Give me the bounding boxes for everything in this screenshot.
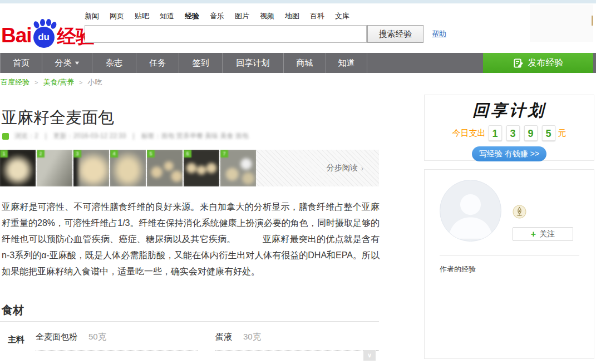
author-box-divider [440,255,579,256]
article-title: 亚麻籽全麦面包 [1,107,114,129]
step-thumbnail[interactable]: 1 [0,150,36,186]
quality-badge-icon [2,133,9,140]
logo-bai-text: Bai [1,23,32,48]
top-right-placeholder [530,4,593,42]
ingredients-heading: 食材 [2,303,24,318]
spend-digit: 1 [489,125,502,141]
author-box: + 关注 作者的经验 [424,169,594,359]
author-gold-pen-badge-icon[interactable] [513,205,526,219]
step-thumbnail[interactable]: 2 [37,150,72,186]
spend-digit: 9 [524,125,538,141]
chevron-down-icon: ▼ [73,60,80,66]
spend-digit: 3 [506,125,520,141]
follow-button[interactable]: + 关注 [513,227,573,241]
ingredient-item: 蛋液 30克 [215,332,379,351]
step-thumbnails-strip: 1 2 3 4 5 6 7 分步阅读 › [0,150,379,186]
tab-tieba[interactable]: 贴吧 [135,11,149,21]
step-number-badge: 6 [184,150,191,158]
step-thumbnail[interactable]: 3 [73,150,109,186]
step-number-badge: 3 [73,150,81,158]
ingredient-amount: 50克 [88,332,106,342]
tab-map[interactable]: 地图 [285,11,299,21]
breadcrumb-category[interactable]: 美食/营养 [43,77,74,87]
program-calligraphy-title: 回享计划 [425,100,594,122]
publish-label: 发布经验 [528,57,564,69]
step-number-badge: 1 [0,150,8,158]
publish-experience-button[interactable]: 发布经验 [483,53,593,73]
spend-unit: 元 [558,128,567,139]
write-experience-cta-button[interactable]: 写经验 有钱赚 >> [472,146,546,161]
nav-checkin[interactable]: 签到 [179,53,223,73]
ingredients-group-label: 主料 [8,335,24,345]
expand-ingredients-button[interactable]: ∨ [363,350,376,361]
search-button[interactable]: 搜索经验 [367,25,423,43]
ingredient-name[interactable]: 全麦面包粉 [36,332,77,342]
tab-news[interactable]: 新闻 [85,11,99,21]
step-thumbnail[interactable]: 7 [220,150,256,186]
chevron-right-icon: › [361,164,363,173]
tab-zhidao[interactable]: 知道 [160,11,174,21]
breadcrumb-separator: > [35,79,38,86]
breadcrumb-separator: > [79,79,82,86]
nav-tasks[interactable]: 任务 [136,53,179,73]
tab-music[interactable]: 音乐 [210,11,224,21]
author-avatar[interactable] [440,180,501,242]
ingredient-amount: 30克 [243,332,261,342]
huixiang-program-box: 回享计划 今日支出 1 3 9 5 元 写经验 有钱赚 >> [424,95,594,161]
tab-wenku[interactable]: 文库 [335,11,349,21]
plus-icon: + [531,230,536,239]
step-read-link[interactable]: 分步阅读 › [327,163,363,173]
spend-digit: 5 [542,125,555,141]
nav-zhidao[interactable]: 知道 [326,53,367,73]
step-thumbnail[interactable]: 4 [110,150,146,186]
step-thumbnail[interactable]: 5 [147,150,183,186]
tab-video[interactable]: 视频 [260,11,274,21]
tab-jingyan-active[interactable]: 经验 [185,11,199,21]
step-number-badge: 7 [220,150,228,158]
top-right-marker [592,16,593,26]
step-number-badge: 4 [110,150,118,158]
step-number-badge: 2 [37,150,45,158]
breadcrumb: 百度经验 > 美食/营养 > 小吃 [1,77,102,87]
ingredient-name[interactable]: 蛋液 [215,332,232,342]
breadcrumb-current: 小吃 [88,77,102,87]
nav-magazine[interactable]: 杂志 [92,53,136,73]
follow-label: 关注 [539,229,555,239]
nav-home[interactable]: 首页 [0,53,42,73]
breadcrumb-home[interactable]: 百度经验 [1,77,29,87]
person-silhouette-icon [440,180,501,241]
nav-huixiang-plan[interactable]: 回享计划 [223,53,284,73]
help-link[interactable]: 帮助 [432,29,446,39]
tab-images[interactable]: 图片 [235,11,249,21]
top-strip [0,0,596,3]
ingredients-divider [0,321,379,322]
spend-label: 今日支出 [452,128,486,139]
baidu-jingyan-logo[interactable]: Bai du 经验 [1,19,95,48]
step-read-label: 分步阅读 [327,163,358,173]
baidu-paw-icon: du [32,19,57,48]
nav-mall[interactable]: 商城 [284,53,326,73]
product-tabs: 新闻 网页 贴吧 知道 经验 音乐 图片 视频 地图 百科 文库 [85,11,349,21]
article-intro-paragraph: 亚麻籽是可溶性、不可溶性膳食纤维的良好来源。来自加拿大的分析显示，膳食纤维占整个… [2,199,380,279]
nav-categories[interactable]: 分类▼ [42,53,92,73]
tab-web[interactable]: 网页 [110,11,124,21]
tab-baike[interactable]: 百科 [310,11,324,21]
article-meta-row: 浏览：2 | 更新：2016-03-12 22:33 | 标签：面包 营养早餐 … [2,131,249,141]
step-thumbnail[interactable]: 6 [184,150,219,186]
logo-du-text: du [33,27,55,48]
write-note-icon [513,58,524,68]
author-experiences-heading: 作者的经验 [440,264,476,274]
article-meta-blurred: 浏览：2 | 更新：2016-03-12 22:33 | 标签：面包 营养早餐 … [14,131,249,141]
step-number-badge: 5 [147,150,155,158]
search-input[interactable] [85,25,367,43]
ingredient-item: 全麦面包粉 50克 [36,332,198,351]
today-spend-row: 今日支出 1 3 9 5 元 [425,125,594,141]
